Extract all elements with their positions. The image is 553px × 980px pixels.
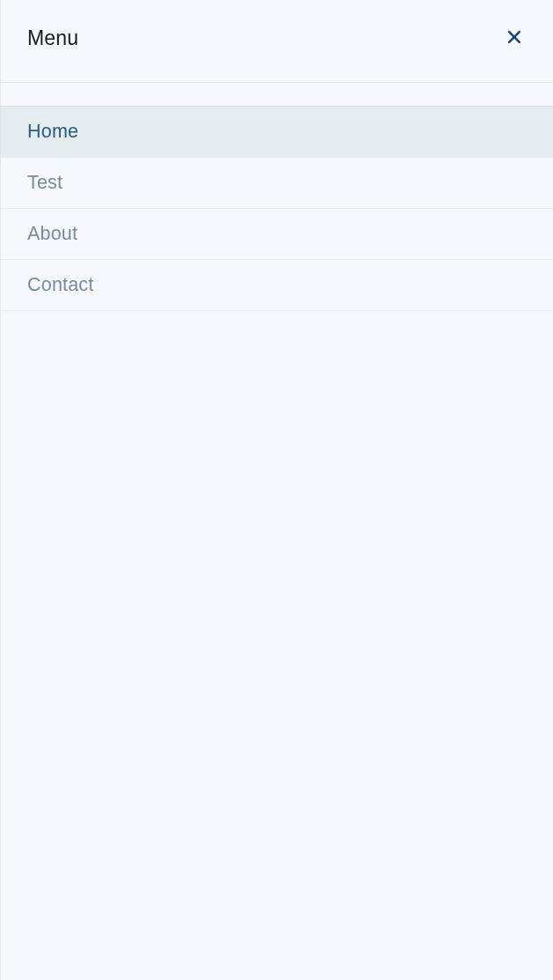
nav-item-label: Test [27,172,63,193]
nav-item-test[interactable]: Test [1,158,553,209]
nav-item-label: Contact [27,274,94,295]
nav-item-home[interactable]: Home [1,106,553,158]
close-icon [505,28,523,48]
drawer-header: Menu [1,0,553,83]
nav-item-contact[interactable]: Contact [1,260,553,311]
close-button[interactable] [502,25,527,52]
nav-item-label: About [27,223,77,244]
nav-item-label: Home [27,121,78,142]
menu-drawer: Menu Home Test About Contact [0,0,553,980]
nav-list: Home Test About Contact [1,106,553,311]
drawer-title: Menu [27,26,78,50]
nav-item-about[interactable]: About [1,209,553,260]
